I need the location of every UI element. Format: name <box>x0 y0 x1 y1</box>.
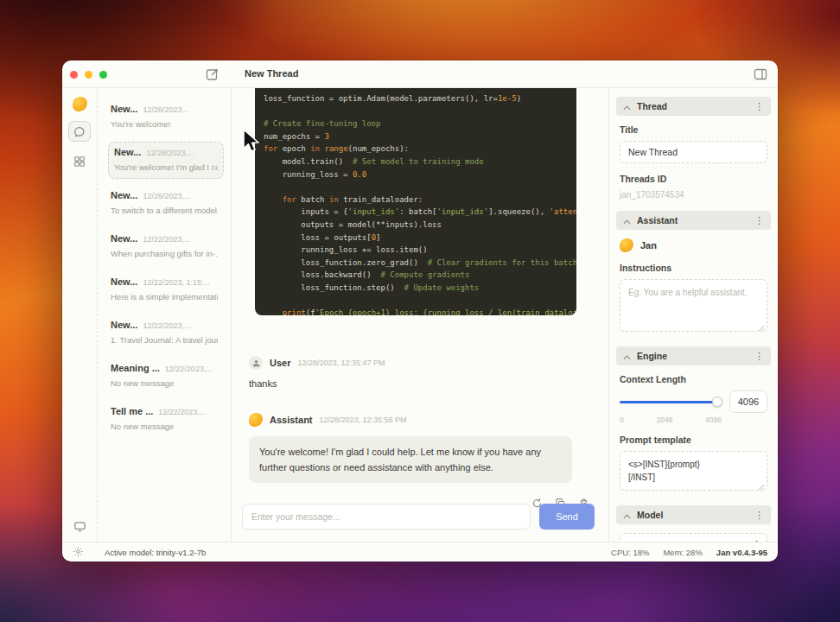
collapse-chevron-icon <box>623 348 631 364</box>
thread-list-item[interactable]: New...12/26/2023,...To switch to a diffe… <box>108 185 224 222</box>
collapse-chevron-icon <box>623 507 631 523</box>
collapse-chevron-icon <box>623 98 631 114</box>
app-version: Jan v0.4.3-95 <box>716 548 767 557</box>
thread-date: 12/22/2023,... <box>165 365 213 373</box>
prompt-template-textarea[interactable]: <s>[INST]{prompt} [/INST] <box>620 451 767 491</box>
user-message-timestamp: 12/28/2023, 12:35:47 PM <box>297 359 385 367</box>
hub-grid-nav-icon[interactable] <box>68 151 91 172</box>
close-window-button[interactable] <box>70 71 78 79</box>
thread-title: New... <box>111 276 137 287</box>
thread-date: 12/26/2023,... <box>143 192 190 200</box>
thread-title-input[interactable] <box>620 141 767 163</box>
instructions-textarea[interactable] <box>620 279 767 332</box>
engine-section-header[interactable]: Engine ⋮ <box>616 346 771 365</box>
minimize-window-button[interactable] <box>85 71 92 79</box>
threads-id-label: Threads ID <box>620 174 767 184</box>
status-bar: Active model: trinity-v1.2-7b CPU: 18% M… <box>62 542 778 562</box>
thread-preview: 1. Travel Journal: A travel journ... <box>111 335 218 345</box>
slider-thumb[interactable] <box>712 397 722 407</box>
thread-preview: No new message <box>111 422 218 431</box>
title-bar: New Thread <box>62 60 778 88</box>
thread-title: New... <box>111 190 137 200</box>
thread-title: New... <box>111 233 137 244</box>
context-length-slider[interactable] <box>620 397 722 407</box>
new-thread-compose-icon[interactable] <box>206 67 220 81</box>
thread-section: Thread ⋮ Title Threads ID jan_1703574534 <box>616 97 771 200</box>
system-monitor-icon[interactable] <box>68 516 91 536</box>
thread-preview: You're welcome! I'm glad I cou... <box>114 162 218 172</box>
assistant-section: Assistant ⋮ Jan Instructions <box>616 211 771 335</box>
thread-list-item[interactable]: New...12/22/2023,...1. Travel Journal: A… <box>108 314 224 352</box>
assistant-name: Jan <box>640 240 657 251</box>
assistant-message-bubble: You're welcome! I'm glad I could help. L… <box>249 436 572 483</box>
active-model-status: Active model: trinity-v1.2-7b <box>105 548 206 557</box>
thread-list-item[interactable]: New...12/22/2023,...When purchasing gift… <box>108 228 224 265</box>
assistant-message-sender: Assistant <box>270 415 313 425</box>
thread-preview: To switch to a different model,... <box>111 206 218 215</box>
model-section: Model ⋮ Mistral Instruct 7B Q4 <box>616 505 771 542</box>
thread-list: New...12/28/2023...You're welcome!New...… <box>98 88 232 542</box>
mem-status: Mem: 28% <box>663 548 702 557</box>
thread-date: 12/22/2023,... <box>158 408 206 416</box>
thread-date: 12/28/2023,... <box>146 149 194 157</box>
message-input[interactable] <box>242 504 531 530</box>
thread-preview: You're welcome! <box>111 119 218 129</box>
thread-preview: Here is a simple implementati... <box>111 292 218 301</box>
model-select[interactable]: Mistral Instruct 7B Q4 <box>620 533 767 542</box>
cpu-status: CPU: 18% <box>611 548 649 557</box>
window-title: New Thread <box>245 68 298 79</box>
model-menu-icon[interactable]: ⋮ <box>754 510 764 521</box>
collapse-chevron-icon <box>623 213 631 228</box>
assistant-message-header: Assistant 12/28/2023, 12:35:56 PM <box>249 413 595 427</box>
assistant-message-timestamp: 12/28/2023, 12:35:56 PM <box>320 416 407 424</box>
thread-list-item[interactable]: Tell me ...12/22/2023,...No new message <box>108 401 224 438</box>
thread-title: Meaning ... <box>111 363 160 373</box>
right-panel-toggle-icon[interactable] <box>754 67 767 81</box>
chat-threads-nav-icon[interactable] <box>68 121 91 142</box>
instructions-label: Instructions <box>620 263 767 273</box>
zoom-window-button[interactable] <box>99 71 107 79</box>
slider-ticks: 0 2048 4096 <box>620 416 722 424</box>
thread-list-item[interactable]: New...12/28/2023,...You're welcome! I'm … <box>108 142 224 179</box>
thread-date: 12/22/2023, 1:15:... <box>143 278 210 287</box>
user-message-text: thanks <box>249 378 595 389</box>
thread-date: 12/28/2023... <box>143 105 188 114</box>
chat-area: loss_function = optim.Adam(model.paramet… <box>232 88 608 542</box>
thread-preview: When purchasing gifts for in-... <box>111 249 218 258</box>
traffic-lights <box>70 71 107 79</box>
app-window: New Thread <box>62 60 778 562</box>
assistant-wave-icon <box>620 238 633 252</box>
settings-gear-icon[interactable] <box>73 546 84 559</box>
threads-id-value: jan_1703574534 <box>620 190 767 200</box>
icon-rail <box>62 88 98 542</box>
context-length-value[interactable]: 4096 <box>729 390 767 413</box>
desktop-wallpaper: New Thread <box>0 0 840 622</box>
send-button[interactable]: Send <box>539 504 595 530</box>
assistant-menu-icon[interactable]: ⋮ <box>754 215 764 226</box>
thread-title: New... <box>111 320 137 330</box>
user-message-sender: User <box>270 358 290 368</box>
thread-date: 12/22/2023,... <box>143 235 190 244</box>
composer: Send <box>242 504 595 542</box>
thread-title: Tell me ... <box>111 406 153 416</box>
thread-date: 12/22/2023,... <box>143 321 190 330</box>
app-logo-wave-icon <box>73 97 87 111</box>
settings-panel: Thread ⋮ Title Threads ID jan_1703574534 <box>608 88 778 542</box>
thread-list-item[interactable]: New...12/28/2023...You're welcome! <box>108 98 224 136</box>
user-message-header: User 12/28/2023, 12:35:47 PM <box>249 356 595 370</box>
assistant-avatar-wave-icon <box>249 413 263 427</box>
assistant-section-header[interactable]: Assistant ⋮ <box>616 211 771 230</box>
model-section-header[interactable]: Model ⋮ <box>616 505 771 524</box>
thread-list-item[interactable]: New...12/22/2023, 1:15:...Here is a simp… <box>108 271 224 308</box>
thread-section-header[interactable]: Thread ⋮ <box>616 97 771 116</box>
message-list[interactable]: loss_function = optim.Adam(model.paramet… <box>242 88 595 504</box>
thread-list-item[interactable]: Meaning ...12/22/2023,...No new message <box>108 358 224 395</box>
prompt-template-label: Prompt template <box>620 435 767 445</box>
context-length-label: Context Length <box>620 374 767 384</box>
thread-title: New... <box>111 104 137 114</box>
engine-menu-icon[interactable]: ⋮ <box>754 351 764 362</box>
code-block[interactable]: loss_function = optim.Adam(model.paramet… <box>255 88 576 315</box>
user-avatar <box>249 356 263 370</box>
thread-menu-icon[interactable]: ⋮ <box>754 101 764 112</box>
thread-preview: No new message <box>111 378 218 388</box>
